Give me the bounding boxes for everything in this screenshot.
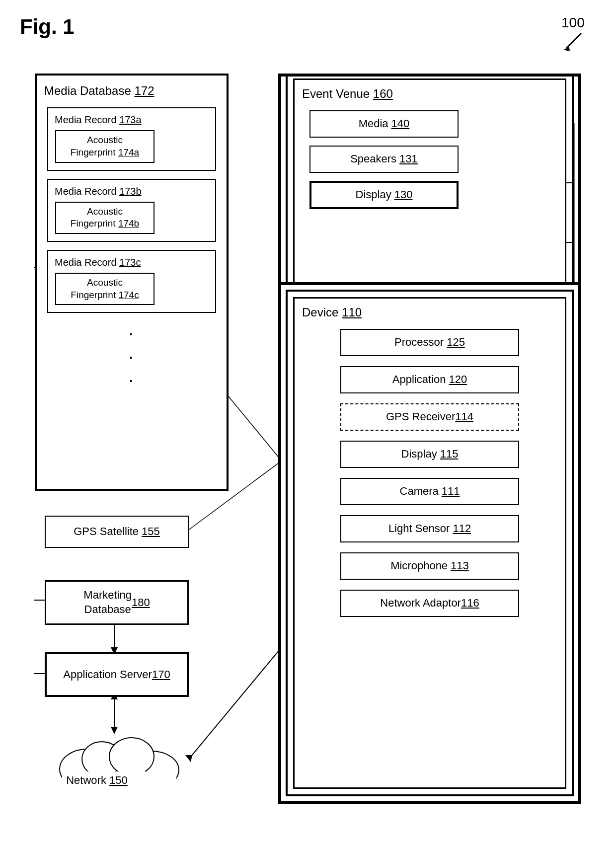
diagram-area: Media Database 172 Media Record 173a Aco…	[20, 49, 596, 824]
media-record-c: Media Record 173c AcousticFingerprint 17…	[47, 250, 216, 313]
gps-receiver-box: GPS Receiver 114	[340, 403, 519, 431]
speakers-box: Speakers 131	[309, 146, 459, 173]
fig-number-text: 100	[561, 15, 585, 30]
network-adaptor-box: Network Adaptor 116	[340, 590, 519, 617]
figure-title: Fig. 1	[20, 15, 596, 39]
marketing-database-box: MarketingDatabase 180	[45, 580, 189, 625]
acoustic-fingerprint-a: AcousticFingerprint 174a	[55, 130, 154, 162]
display-115-box: Display 115	[340, 441, 519, 468]
application-box: Application 120	[340, 366, 519, 393]
media-box: Media 140	[309, 110, 459, 138]
svg-line-0	[566, 33, 581, 48]
event-venue-title: Event Venue 160	[300, 85, 395, 106]
camera-box: Camera 111	[340, 478, 519, 505]
media-record-a: Media Record 173a AcousticFingerprint 17…	[47, 107, 216, 170]
ellipsis-dots: ···	[42, 317, 222, 396]
media-database-ref: 172	[134, 84, 154, 97]
media-record-b: Media Record 173b AcousticFingerprint 17…	[47, 179, 216, 242]
display-130-box: Display 130	[309, 181, 459, 209]
processor-box: Processor 125	[340, 329, 519, 356]
media-record-a-title: Media Record 173a	[52, 112, 144, 127]
network-cloud: Network 150	[47, 724, 186, 794]
light-sensor-box: Light Sensor 112	[340, 515, 519, 542]
media-record-c-title: Media Record 173c	[52, 255, 143, 270]
application-server-box: Application Server170	[45, 652, 189, 697]
acoustic-fingerprint-b: AcousticFingerprint 174b	[55, 202, 154, 234]
device-title: Device 110	[300, 304, 364, 324]
network-cloud-svg: Network 150	[47, 724, 191, 794]
device-box: Device 110 Processor 125 Application 120…	[293, 297, 566, 789]
microphone-box: Microphone 113	[340, 552, 519, 580]
media-record-b-title: Media Record 173b	[52, 184, 144, 199]
media-database-box: Media Database 172 Media Record 173a Aco…	[35, 74, 229, 491]
acoustic-fingerprint-c: AcousticFingerprint 174c	[55, 273, 154, 305]
media-database-title: Media Database 172	[42, 80, 159, 103]
arrow-icon	[561, 31, 586, 51]
page-container: Fig. 1 100	[0, 0, 616, 844]
svg-point-37	[109, 738, 154, 775]
gps-satellite-box: GPS Satellite 155	[45, 516, 189, 548]
svg-text:Network 150: Network 150	[66, 774, 128, 786]
